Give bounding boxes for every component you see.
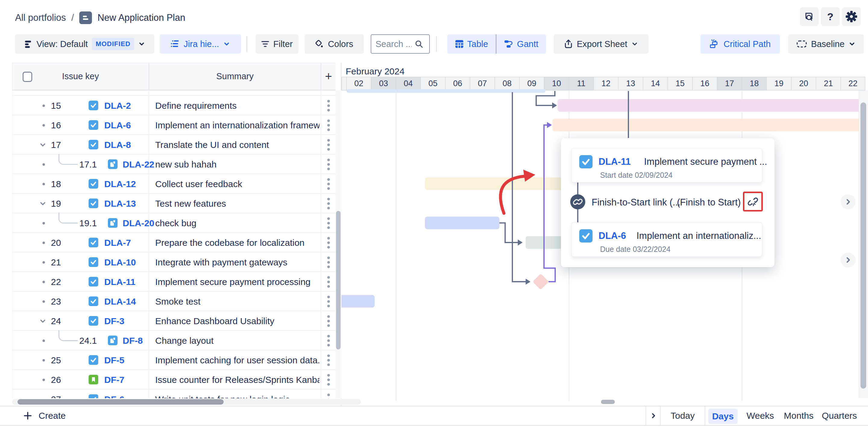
row-menu-button[interactable]: ••• — [323, 99, 334, 112]
issue-summary[interactable]: Issue counter for Releases/Sprints Kanba… — [155, 375, 319, 385]
issue-key-link[interactable]: DLA-20 — [123, 218, 154, 228]
issue-summary[interactable]: Implement an internationalization framew… — [155, 120, 319, 130]
milestone-diamond[interactable] — [532, 273, 549, 290]
day-cell[interactable]: 19 — [767, 77, 791, 90]
row-menu-button[interactable]: ••• — [323, 256, 334, 269]
issue-summary[interactable]: Write unit tests for new login logic — [155, 394, 319, 398]
collapse-button[interactable] — [39, 141, 47, 150]
baseline-button[interactable]: Baseline — [788, 34, 864, 54]
search-input[interactable] — [375, 39, 412, 49]
row-menu-button[interactable]: ••• — [323, 158, 334, 171]
table-vscroll-thumb[interactable] — [336, 211, 341, 350]
issue-key-link[interactable]: DLA-12 — [104, 179, 136, 189]
table-row[interactable]: 17.1 DLA-22 new sub hahah ••• — [12, 155, 336, 174]
day-cell[interactable]: 12 — [593, 77, 618, 90]
issue-key-link[interactable]: DLA-6 — [598, 230, 626, 241]
critical-path-button[interactable]: Critical Path — [701, 34, 780, 54]
table-row[interactable]: 17 DLA-8 Translate the UI and content ••… — [12, 135, 336, 155]
summary-header[interactable]: Summary — [216, 71, 253, 81]
issue-summary[interactable]: Prepare the codebase for localization — [155, 238, 319, 248]
issue-summary[interactable]: Implement caching for user session data. — [155, 355, 319, 365]
issue-key-link[interactable]: DLA-22 — [123, 159, 154, 170]
issue-key-link[interactable]: DF-5 — [104, 355, 124, 365]
gantt-bar[interactable] — [425, 217, 499, 229]
scale-weeks-button[interactable]: Weeks — [741, 406, 779, 425]
table-row[interactable]: 23 DLA-14 Smoke test ••• — [12, 292, 336, 311]
row-menu-button[interactable]: ••• — [323, 119, 334, 132]
issue-key-link[interactable]: DLA-8 — [104, 140, 131, 150]
gantt-view-button[interactable]: Gantt — [496, 34, 546, 54]
issue-key-header[interactable]: Issue key — [62, 71, 99, 81]
issue-summary[interactable]: Smoke test — [155, 296, 319, 307]
gantt-vscroll-thumb[interactable] — [861, 102, 866, 389]
issue-key-link[interactable]: DF-8 — [123, 336, 143, 346]
day-cell[interactable]: 05 — [421, 77, 445, 90]
issue-summary[interactable]: Test new features — [155, 199, 319, 209]
table-row[interactable]: 25 DF-5 Implement caching for user sessi… — [12, 351, 336, 370]
day-cell[interactable]: 16 — [692, 77, 717, 90]
hierarchy-selector[interactable]: Jira hie... — [160, 34, 241, 54]
issue-key-link[interactable]: DLA-13 — [104, 199, 136, 209]
row-menu-button[interactable]: ••• — [323, 373, 334, 387]
link-from-card[interactable]: DLA-11 Implement secure payment ... Star… — [571, 148, 762, 182]
day-cell[interactable]: 07 — [470, 77, 495, 90]
day-cell[interactable]: 11 — [569, 77, 593, 90]
day-cell[interactable]: 09 — [519, 77, 544, 90]
day-cell[interactable]: 02 — [346, 77, 371, 90]
gantt-bar[interactable] — [553, 119, 861, 131]
issue-key-link[interactable]: DF-7 — [104, 375, 124, 385]
expand-chevron-icon[interactable] — [39, 317, 47, 325]
table-row[interactable]: 19.1 DLA-20 check bug ••• — [12, 213, 336, 233]
scale-days-button[interactable]: Days — [708, 409, 738, 424]
issue-key-link[interactable]: DLA-11 — [104, 277, 135, 287]
scroll-to-bar-button[interactable] — [841, 194, 856, 209]
create-button[interactable]: Create — [24, 406, 66, 425]
table-view-button[interactable]: Table — [447, 34, 496, 54]
day-cell[interactable]: 18 — [742, 77, 767, 90]
table-row[interactable]: 16 DLA-6 Implement an internationalizati… — [12, 115, 336, 135]
issue-key-link[interactable]: DLA-6 — [104, 120, 131, 130]
row-menu-button[interactable]: ••• — [323, 353, 334, 367]
issue-key-link[interactable]: DLA-2 — [104, 101, 131, 111]
collapse-button[interactable] — [39, 317, 47, 326]
issue-summary[interactable]: Translate the UI and content — [155, 140, 319, 150]
issue-summary[interactable]: new sub hahah — [155, 159, 319, 170]
table-hscroll-thumb[interactable] — [18, 399, 224, 405]
link-to-card[interactable]: DLA-6 Implement an internationaliz... Du… — [571, 222, 762, 257]
row-menu-button[interactable]: ••• — [323, 177, 334, 191]
issue-key-link[interactable]: DLA-10 — [104, 257, 136, 267]
row-menu-button[interactable]: ••• — [323, 393, 334, 398]
row-menu-button[interactable]: ••• — [323, 334, 334, 347]
issue-summary[interactable]: Change layout — [155, 336, 319, 346]
row-menu-button[interactable]: ••• — [323, 197, 334, 210]
issue-key-link[interactable]: DLA-7 — [104, 238, 131, 248]
day-cell[interactable]: 03 — [371, 77, 396, 90]
breadcrumb-root-link[interactable]: All portfolios — [15, 12, 66, 23]
issue-summary[interactable]: check bug — [155, 218, 319, 228]
colors-button[interactable]: Colors — [305, 34, 364, 54]
row-menu-button[interactable]: ••• — [323, 236, 334, 250]
table-row[interactable]: 22 DLA-11 Implement secure payment proce… — [12, 272, 336, 292]
scale-quarters-button[interactable]: Quarters — [818, 406, 861, 425]
gantt-bar[interactable] — [425, 177, 563, 190]
row-menu-button[interactable]: ••• — [323, 314, 334, 328]
day-cell[interactable]: 21 — [816, 77, 841, 90]
row-menu-button[interactable]: ••• — [323, 295, 334, 308]
issue-key-link[interactable]: DLA-14 — [104, 296, 136, 307]
scroll-to-bar-button[interactable] — [841, 253, 856, 267]
docs-search-button[interactable] — [800, 7, 818, 26]
add-column-button[interactable]: + — [321, 63, 336, 90]
settings-button[interactable] — [842, 7, 861, 26]
table-row[interactable]: 26 DF-7 Issue counter for Releases/Sprin… — [12, 370, 336, 390]
row-menu-button[interactable]: ••• — [323, 138, 334, 152]
issue-summary[interactable]: Define requirements — [155, 101, 319, 111]
day-cell[interactable]: 10 — [544, 77, 569, 90]
export-sheet-button[interactable]: Export Sheet — [554, 34, 649, 54]
gantt-bar[interactable] — [341, 295, 375, 307]
day-cell[interactable]: 06 — [445, 77, 470, 90]
table-row[interactable]: 15 DLA-2 Define requirements ••• — [12, 96, 336, 115]
issue-summary[interactable]: Implement secure payment processing — [155, 277, 319, 287]
issue-key-link[interactable]: DF-3 — [104, 316, 124, 326]
gantt-bar[interactable] — [558, 99, 861, 112]
day-cell[interactable]: 13 — [618, 77, 643, 90]
